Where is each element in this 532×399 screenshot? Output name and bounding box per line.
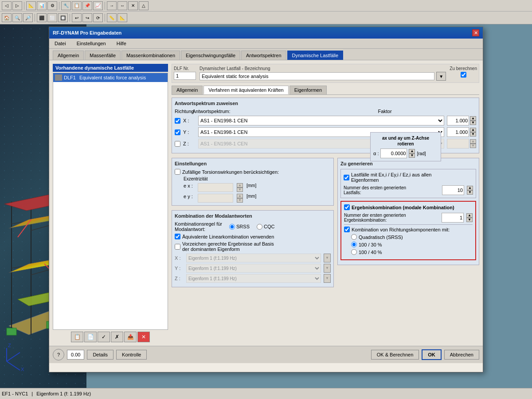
eigenform-x-dropdown[interactable]: ▼ [324,254,331,262]
dlf-btn-reject[interactable]: ✗ [111,332,123,342]
menu-datei[interactable]: Datei [53,40,68,47]
help-button[interactable]: ? [53,349,64,360]
bottom-buttons: ? 0.00 Details Kontrolle OK & Berechnen … [49,346,483,363]
dlf-nr-input[interactable] [174,72,196,80]
kontrolle-button[interactable]: Kontrolle [116,350,147,360]
lastfalle-checkbox[interactable] [344,175,349,180]
spektrum-y-checkbox[interactable] [175,129,180,135]
az-up[interactable]: ▲ [409,149,415,153]
srss-radio[interactable] [229,224,235,230]
dlf-btn-export[interactable]: 📤 [124,332,137,342]
bezeichnung-input[interactable] [200,72,434,80]
main-tab-bar: Allgemein Massenfälle Massenkombinatione… [49,49,483,60]
ey-down[interactable]: ▼ [237,198,243,203]
dlf-toolbar: 📋 📄 ✓ ✗ 📤 ✕ [53,332,168,342]
tab-massenkombinationen[interactable]: Massenkombinationen [121,51,180,60]
spektrum-z-down[interactable]: ▼ [470,144,476,148]
az-alpha-input[interactable] [380,149,407,158]
ex-down[interactable]: ▼ [237,188,243,192]
dlf-btn-delete[interactable]: ✕ [137,332,150,342]
spektrum-y-down[interactable]: ▼ [470,132,476,137]
nummer-first-input[interactable] [442,185,464,195]
ergebniskombination-checkbox[interactable] [344,204,350,210]
spektrum-x-up[interactable]: ▲ [470,116,476,121]
bezeichnung-dropdown-btn[interactable]: ▼ [436,72,446,81]
nummer-ergebnis-down[interactable]: ▼ [466,218,473,222]
spektrum-z-up[interactable]: ▲ [470,139,476,144]
100-40-radio[interactable] [351,249,357,255]
nummer-ergebnis-up[interactable]: ▲ [466,213,473,218]
abbrechen-button[interactable]: Abbrechen [444,350,479,360]
tab-eigenschwingungsfalle[interactable]: Eigenschwingungsfälle [181,51,240,60]
ex-unit: [mm] [246,183,256,192]
az-inner: α : ▲ ▼ [rad] [373,149,438,158]
nummer-first-label: Nummer des ersten generiertenLastfalls: [344,185,439,195]
details-button[interactable]: Details [87,350,113,360]
faktor-col-header: Faktor [367,109,403,114]
spektrum-x-label: X : [183,118,196,123]
cqc-label: CQC [264,224,274,229]
spektrum-x-checkbox[interactable] [175,118,180,124]
ex-input[interactable] [198,183,233,192]
sub-tab-eigenformen[interactable]: Eigenformen [289,86,327,94]
ey-spinner: ▲ ▼ [237,194,243,203]
ex-label: e x : [184,183,194,192]
eigenform-y-dropdown[interactable]: ▼ [324,264,331,273]
eigenform-y-select[interactable]: Eigenform 1 (f:1.199 Hz) [186,264,321,273]
zu-generieren-section: Zu generieren Lastfälle mit Ex,i / Ey,i … [337,158,479,265]
tab-antwortspektren[interactable]: Antwortspektren [241,51,286,60]
cqc-radio[interactable] [257,224,262,230]
az-down[interactable]: ▼ [409,153,415,158]
kombination-richtung-checkbox[interactable] [344,227,350,232]
100-30-label: 100 / 30 % [359,242,382,247]
sub-tab-allgemein[interactable]: Allgemein [172,86,203,94]
menu-einstellungen[interactable]: Einstellungen [75,40,108,47]
eigenform-z-dropdown[interactable]: ▼ [324,274,331,283]
lastfalle-label: Lastfälle mit Ex,i / Ey,i / Ez,i aus all… [351,172,431,183]
spektrum-z-checkbox[interactable] [175,141,180,147]
nummer-first-down[interactable]: ▼ [467,190,473,195]
zu-berechnen-checkbox[interactable] [461,72,466,78]
dlf-btn-accept[interactable]: ✓ [98,332,110,342]
dlf-item-id-1: DLF1 [64,75,76,80]
100-30-row: 100 / 30 % [351,242,473,247]
tab-dynamische-lastfalle[interactable]: Dynamische Lastfälle [287,51,344,60]
spektrum-x-down[interactable]: ▼ [470,121,476,125]
aquivalente-checkbox[interactable] [175,234,180,239]
menu-hilfe[interactable]: Hilfe [115,40,128,47]
ok-button[interactable]: OK [422,349,442,360]
dlf-item-1[interactable]: DLF1 Equivalent static force analysis [53,73,168,82]
lastfalle-row: Lastfälle mit Ex,i / Ey,i / Ez,i aus all… [344,172,473,183]
srss-label: SRSS [236,224,250,229]
exzentrizitat-label: Exzentrizität [184,176,207,181]
vorzeichen-checkbox[interactable] [175,244,180,250]
dlf-btn-new[interactable]: 📄 [84,332,97,342]
dialog-close-button[interactable]: ✕ [472,29,479,36]
spektrum-z-label: Z : [183,141,196,146]
main-dialog: RF-DYNAM Pro Eingabedaten ✕ Datei Einste… [49,27,483,372]
100-30-radio[interactable] [351,242,357,247]
spektrum-z-factor[interactable] [447,139,469,149]
spektrum-y-up[interactable]: ▲ [470,128,476,132]
ex-up[interactable]: ▲ [237,183,243,188]
zero-button[interactable]: 0.00 [67,350,84,360]
ey-input[interactable] [198,194,233,203]
eigenform-z-select[interactable]: Eigenform 1 (f:1.199 Hz) [186,274,321,283]
spektrum-x-factor[interactable] [447,116,469,125]
ey-up[interactable]: ▲ [237,194,243,198]
sub-tab-verfahren[interactable]: Verfahren mit äquivalenten Kräften [203,86,288,94]
nummer-ergebnis-input[interactable] [442,213,464,223]
tab-massenfalle[interactable]: Massenfälle [85,51,121,60]
spektrum-y-factor[interactable] [447,127,469,137]
torsion-checkbox[interactable] [175,169,180,175]
zu-berechnen-group: Zu berechnen [450,66,477,78]
tab-allgemein[interactable]: Allgemein [53,51,84,60]
100-40-label: 100 / 40 % [359,250,382,255]
ok-berechnen-button[interactable]: OK & Berechnen [371,350,419,360]
dlf-btn-copy[interactable]: 📋 [71,332,83,342]
nummer-first-up[interactable]: ▲ [467,186,473,190]
sub-tab-bar: Allgemein Verfahren mit äquivalenten Krä… [172,86,479,95]
eigenform-x-select[interactable]: Eigenform 1 (f:1.199 Hz) [186,254,321,262]
quadratisch-radio[interactable] [351,234,357,240]
spektrum-x-select[interactable]: AS1 - EN1998-1 CEN [198,116,444,125]
